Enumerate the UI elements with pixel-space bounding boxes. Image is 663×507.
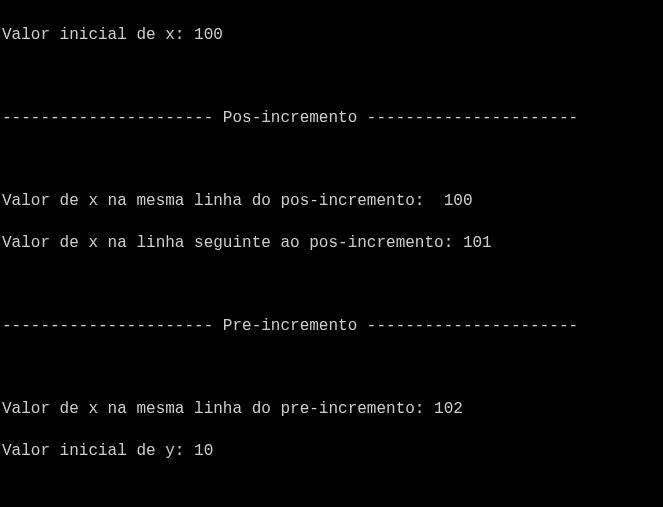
blank-line [2,66,663,87]
output-line: Valor inicial de y: 10 [2,441,663,462]
text-pos-inc-same: Valor de x na mesma linha do pos-increme… [2,192,472,210]
text-pre-inc-same: Valor de x na mesma linha do pre-increme… [2,400,463,418]
blank-line [2,482,663,503]
output-line: Valor de x na linha seguinte ao pos-incr… [2,233,663,254]
divider-pos-incremento: ---------------------- Pos-incremento --… [2,109,578,127]
blank-line [2,150,663,171]
output-line: Valor de x na mesma linha do pre-increme… [2,399,663,420]
text-pos-inc-next: Valor de x na linha seguinte ao pos-incr… [2,234,492,252]
text-initial-y: Valor inicial de y: 10 [2,442,213,460]
blank-line [2,274,663,295]
section-divider: ---------------------- Pre-incremento --… [2,316,663,337]
output-line: Valor de x na mesma linha do pos-increme… [2,191,663,212]
output-line: Valor inicial de x: 100 [2,25,663,46]
section-divider: ---------------------- Pos-incremento --… [2,108,663,129]
divider-pre-incremento: ---------------------- Pre-incremento --… [2,317,578,335]
blank-line [2,358,663,379]
text-initial-x: Valor inicial de x: 100 [2,26,223,44]
